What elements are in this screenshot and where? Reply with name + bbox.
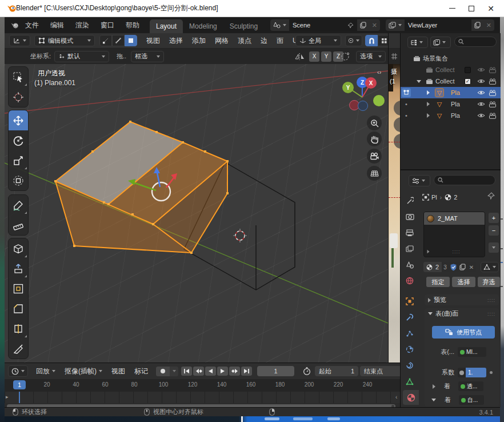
properties-type-button[interactable] bbox=[409, 175, 430, 186]
auto-keying-record-button[interactable] bbox=[156, 367, 170, 376]
collection-checkbox[interactable] bbox=[465, 67, 471, 73]
editor-type-button[interactable] bbox=[9, 35, 30, 46]
timeline-ruler[interactable]: 20 40 60 80 100 120 140 160 180 200 220 … bbox=[5, 379, 400, 392]
close-button[interactable]: ✕ bbox=[481, 1, 501, 16]
viewlayer-name[interactable]: ViewLayer bbox=[405, 19, 471, 31]
timeline-type-button[interactable] bbox=[8, 365, 28, 377]
pin-icon[interactable] bbox=[487, 192, 495, 200]
hide-eye-icon[interactable] bbox=[477, 101, 485, 107]
add-slot-button[interactable]: + bbox=[489, 213, 499, 223]
timeline-menu-view[interactable]: 视图 bbox=[107, 367, 130, 376]
factor-value-field[interactable]: 1. bbox=[466, 368, 486, 377]
hide-eye-icon[interactable] bbox=[477, 78, 485, 84]
tab-physics-icon[interactable] bbox=[401, 342, 419, 357]
tool-measure[interactable] bbox=[9, 215, 28, 235]
collection-checkbox[interactable]: ✓ bbox=[465, 78, 471, 85]
breadcrumb-object[interactable]: Pl bbox=[431, 194, 437, 201]
tool-bevel[interactable] bbox=[9, 298, 28, 319]
options-dropdown[interactable]: 选项 bbox=[356, 51, 386, 62]
tab-material-icon[interactable] bbox=[403, 390, 419, 405]
tool-select-box[interactable] bbox=[9, 67, 28, 87]
deselect-button[interactable]: 弃选 bbox=[478, 277, 500, 287]
timeline-menu-playback[interactable]: 回放 bbox=[31, 367, 60, 376]
tab-data-icon[interactable] bbox=[401, 374, 419, 389]
tool-add-cube[interactable] bbox=[9, 238, 28, 258]
render-camera-icon[interactable] bbox=[489, 78, 497, 85]
node-specials-button[interactable] bbox=[481, 262, 499, 272]
scene-icon[interactable] bbox=[270, 19, 289, 31]
proportional-falloff-icon[interactable] bbox=[341, 52, 350, 61]
tool-annotate[interactable] bbox=[9, 195, 28, 215]
expand-arrow-icon[interactable] bbox=[427, 90, 430, 95]
assign-button[interactable]: 指定 bbox=[426, 277, 450, 287]
outliner-type-button[interactable] bbox=[407, 37, 428, 48]
zoom-icon[interactable] bbox=[367, 116, 382, 130]
viewport-menu-vertex[interactable]: 顶点 bbox=[233, 36, 256, 46]
menu-edit[interactable]: 编辑 bbox=[45, 17, 70, 33]
tool-scale[interactable] bbox=[9, 150, 28, 170]
minimize-button[interactable] bbox=[442, 1, 462, 16]
render-camera-icon[interactable] bbox=[489, 90, 497, 96]
unlink-datablock-icon[interactable]: ✕ bbox=[467, 262, 476, 272]
viewport-menu-edge[interactable]: 边 bbox=[256, 36, 272, 46]
viewlayer-remove-icon[interactable]: ✕ bbox=[483, 19, 494, 31]
menu-window[interactable]: 窗口 bbox=[95, 17, 120, 33]
collapse-arrow-icon[interactable] bbox=[431, 399, 436, 401]
workspace-tab-layout[interactable]: Layout bbox=[150, 19, 183, 33]
stopwatch-icon[interactable] bbox=[303, 367, 311, 376]
tab-tool-icon[interactable] bbox=[401, 193, 419, 208]
workspace-tab-sculpting[interactable]: Sculpting bbox=[223, 19, 264, 33]
menu-help[interactable]: 帮助 bbox=[120, 17, 145, 33]
outliner-row-scene-collection[interactable]: 场景集合 bbox=[401, 53, 501, 64]
copy-datablock-icon[interactable] bbox=[458, 262, 467, 272]
outliner-search-input[interactable] bbox=[454, 37, 497, 47]
grip-handle[interactable]: :::: bbox=[452, 249, 460, 254]
play-reverse-button[interactable] bbox=[205, 367, 216, 376]
slot-specials-button[interactable] bbox=[489, 242, 499, 253]
frame-end-field[interactable]: 结束点 bbox=[360, 366, 400, 376]
proportional-edit-icon[interactable] bbox=[391, 53, 398, 60]
menu-file[interactable]: 文件 bbox=[19, 17, 45, 33]
mirror-y-button[interactable]: Y bbox=[321, 51, 331, 62]
navigation-gizmo[interactable]: Z X Y bbox=[335, 70, 387, 114]
decorator-dot-icon[interactable] bbox=[490, 371, 493, 374]
viewport-menu-select[interactable]: 选择 bbox=[165, 36, 187, 46]
play-button[interactable] bbox=[217, 367, 228, 376]
orientation-dropdown[interactable]: 全局 bbox=[295, 35, 341, 46]
timeline-track[interactable]: ▸ ‹ bbox=[5, 392, 400, 403]
outliner-filter-button[interactable] bbox=[430, 37, 451, 48]
users-count-button[interactable]: 3 bbox=[442, 262, 449, 272]
timeline-menu-markers[interactable]: 标记 bbox=[130, 367, 153, 376]
hide-eye-icon[interactable] bbox=[477, 67, 485, 73]
jump-to-start-button[interactable] bbox=[181, 367, 192, 376]
hide-eye-icon[interactable] bbox=[477, 113, 485, 118]
tool-transform[interactable] bbox=[9, 170, 28, 190]
select-mode-vertex-button[interactable] bbox=[99, 35, 112, 46]
viewport-menu-mesh[interactable]: 网格 bbox=[210, 36, 233, 46]
current-frame-field[interactable]: 1 bbox=[257, 366, 294, 376]
material-slot-item[interactable]: 2_MAT bbox=[424, 212, 485, 225]
surface-section-header[interactable]: 表(曲)面:::: bbox=[425, 308, 499, 319]
outliner-row-object[interactable]: • ▽ Pla bbox=[401, 110, 501, 121]
pivot-dropdown[interactable] bbox=[345, 35, 362, 46]
grip-handle[interactable]: :::: bbox=[487, 311, 495, 317]
breadcrumb-material[interactable]: 2 bbox=[454, 194, 457, 201]
tool-move[interactable] bbox=[9, 110, 28, 130]
grip-handle[interactable]: :::: bbox=[487, 297, 495, 303]
tab-viewlayer-icon[interactable] bbox=[401, 241, 419, 256]
material-browse-button[interactable]: 2 bbox=[423, 262, 442, 272]
blender-menu-icon[interactable] bbox=[10, 22, 19, 29]
preview-section-header[interactable]: 预览:::: bbox=[425, 294, 499, 305]
scene-name[interactable]: Scene bbox=[289, 19, 357, 31]
render-camera-icon[interactable] bbox=[489, 67, 497, 73]
render-camera-icon[interactable] bbox=[489, 113, 497, 119]
tool-inset-faces[interactable] bbox=[9, 278, 28, 298]
tab-constraints-icon[interactable] bbox=[401, 358, 419, 373]
camera-view-icon[interactable] bbox=[367, 149, 382, 164]
maximize-button[interactable] bbox=[462, 1, 481, 16]
fake-user-shield-icon[interactable] bbox=[449, 262, 458, 272]
use-nodes-button[interactable]: 使用节点 bbox=[432, 326, 495, 339]
remove-slot-button[interactable]: − bbox=[489, 225, 499, 236]
viewport-menu-view[interactable]: 视图 bbox=[142, 36, 165, 46]
factor-socket-button[interactable] bbox=[458, 368, 466, 377]
